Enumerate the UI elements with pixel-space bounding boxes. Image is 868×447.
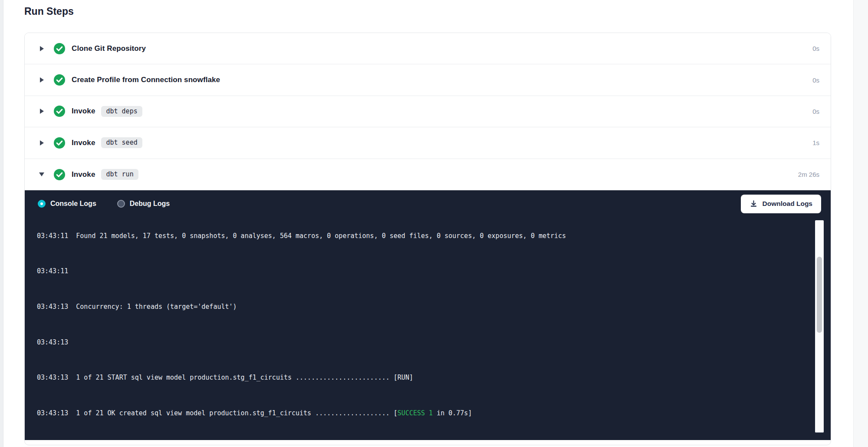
log-line: 03:43:11 [37,267,831,275]
step-label: Invoke [72,170,95,179]
log-content: 03:43:11 Found 21 models, 17 tests, 0 sn… [25,218,831,440]
step-duration: 2m 26s [798,171,819,178]
step-label: Clone Git Repository [72,44,146,53]
debug-logs-label: Debug Logs [130,200,170,208]
step-duration: 1s [812,139,819,146]
step-label: Invoke [72,139,95,147]
log-line: 03:43:11 Found 21 models, 17 tests, 0 sn… [37,232,831,240]
step-row[interactable]: Create Profile from Connection snowflake… [25,64,831,96]
check-circle-icon [54,106,65,117]
log-scrollbar-track [815,220,824,433]
left-edge-strip [0,0,3,447]
console-log-panel: Console Logs Debug Logs Download Logs 03… [25,190,831,440]
step-row[interactable]: Invoke dbt deps 0s [25,96,831,127]
caret-right-icon[interactable] [39,108,44,115]
log-output[interactable]: 03:43:11 Found 21 models, 17 tests, 0 sn… [25,218,831,440]
step-row[interactable]: Invoke dbt seed 1s [25,127,831,159]
step-label: Create Profile from Connection snowflake [72,76,220,84]
console-logs-radio[interactable]: Console Logs [38,200,96,208]
step-duration: 0s [812,45,819,52]
command-chip: dbt seed [101,137,142,148]
download-logs-label: Download Logs [763,200,812,208]
radio-unselected-icon [117,200,125,208]
right-edge-strip [853,0,868,447]
caret-right-icon[interactable] [39,45,44,52]
command-chip: dbt deps [101,106,142,117]
check-circle-icon [54,74,65,86]
step-list: Clone Git Repository 0s Create Profile f… [25,33,831,190]
check-circle-icon [54,137,65,149]
log-line: 03:43:13 1 of 21 OK created sql view mod… [37,409,831,417]
step-duration: 0s [812,76,819,84]
download-logs-button[interactable]: Download Logs [741,195,821,213]
caret-right-icon[interactable] [39,139,44,146]
command-chip: dbt run [101,169,138,180]
log-line: 03:43:13 1 of 21 START sql view model pr… [37,373,831,382]
caret-down-icon[interactable] [39,171,44,178]
log-scrollbar-thumb[interactable] [817,257,822,333]
step-row[interactable]: Clone Git Repository 0s [25,33,831,64]
step-label: Invoke [72,107,95,116]
debug-logs-radio[interactable]: Debug Logs [117,200,170,208]
check-circle-icon [54,43,65,54]
console-logs-label: Console Logs [50,200,96,208]
step-row[interactable]: Invoke dbt run 2m 26s [25,159,831,190]
step-duration: 0s [812,108,819,115]
caret-right-icon[interactable] [39,76,44,83]
radio-selected-icon [38,200,46,208]
log-line: 03:43:13 [37,338,831,347]
log-line: 03:43:13 Concurrency: 1 threads (target=… [37,302,831,311]
page-title: Run Steps [24,6,74,17]
check-circle-icon [54,169,65,180]
run-steps-card: Clone Git Repository 0s Create Profile f… [24,33,831,445]
download-icon [750,200,758,208]
log-panel-header: Console Logs Debug Logs Download Logs [25,190,831,218]
